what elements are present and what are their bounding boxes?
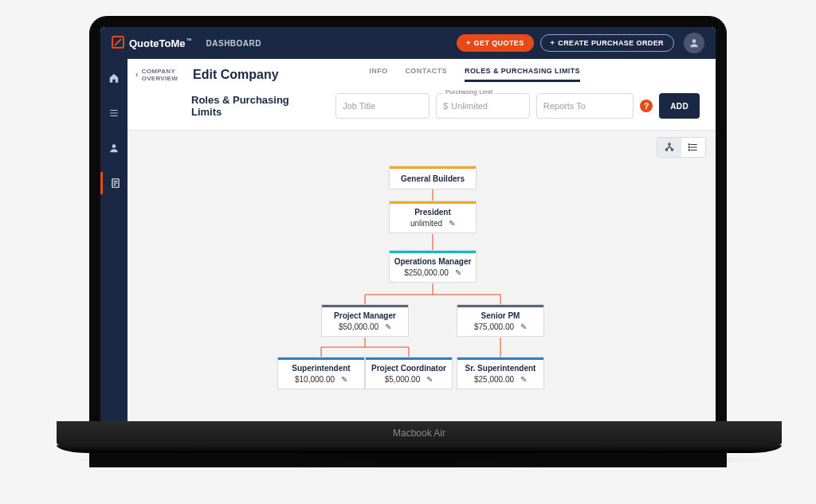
org-node-value: $5,000.00 [385,375,421,384]
org-node-root[interactable]: General Builders [389,166,477,189]
breadcrumb[interactable]: DASHBOARD [206,39,262,48]
get-quotes-button[interactable]: + GET QUOTES [457,34,534,52]
org-node-sr-superintendent[interactable]: Sr. Superintendent $25,000.00 ✎ [457,357,544,389]
org-node-senior-pm[interactable]: Senior PM $75,000.00 ✎ [457,304,544,337]
laptop-edge [57,445,782,453]
pencil-icon[interactable]: ✎ [455,268,461,277]
plus-icon: + [466,39,471,47]
logo[interactable]: QuoteToMe™ [112,36,192,51]
chevron-left-icon: ‹ [135,71,139,78]
org-node-president[interactable]: President unlimited ✎ [389,201,477,233]
page-header: ‹ COMPANY OVERVIEW Edit Company INFO CON… [128,59,716,131]
list-icon [108,107,120,119]
pencil-icon[interactable]: ✎ [449,219,455,228]
org-canvas: General Builders President unlimited ✎ [128,131,716,421]
job-title-field[interactable] [343,101,422,111]
org-node-project-coordinator[interactable]: Project Coordinator $5,000.00 ✎ [365,357,453,389]
back-line1: COMPANY [142,68,175,75]
main: ‹ COMPANY OVERVIEW Edit Company INFO CON… [128,59,716,421]
left-rail [100,59,128,421]
document-icon [110,178,121,189]
dollar-icon: $ [443,101,448,111]
reports-to-field-wrapper [536,93,634,119]
laptop-frame: QuoteToMe™ DASHBOARD + GET QUOTES + CREA… [89,16,727,467]
sidebar-item-home[interactable] [100,67,128,89]
org-node-value: $75,000.00 [474,322,514,331]
laptop-shadow [57,453,782,467]
org-node-title: Operations Manager [390,253,476,268]
pencil-icon[interactable]: ✎ [385,322,391,331]
body: ‹ COMPANY OVERVIEW Edit Company INFO CON… [100,59,716,421]
laptop-base: Macbook Air [57,421,782,445]
org-node-title: President [390,204,476,219]
org-node-value: $10,000.00 [295,375,335,384]
logo-icon [112,36,124,51]
home-icon [108,72,120,84]
sidebar-item-company[interactable] [100,172,128,194]
org-node-project-manager[interactable]: Project Manager $50,000.00 ✎ [321,304,409,337]
avatar[interactable] [684,33,704,53]
org-node-title: Project Coordinator [366,360,452,375]
user-icon [688,37,700,49]
pencil-icon[interactable]: ✎ [341,375,347,384]
pencil-icon[interactable]: ✎ [520,375,527,384]
org-node-value: $25,000.00 [474,375,514,384]
org-node-title: Project Manager [322,307,408,322]
org-node-title: Superintendent [278,360,364,375]
sidebar-item-list[interactable] [100,102,128,124]
page-title: Edit Company [193,68,279,82]
purchasing-limit-field-wrapper: Purchasing Limit $ [436,93,530,119]
org-node-value: $250,000.00 [404,268,449,277]
job-title-field-wrapper [335,93,430,119]
plus-icon: + [551,39,555,47]
laptop-label: Macbook Air [393,428,445,439]
org-node-title: Senior PM [457,307,543,322]
svg-point-1 [692,39,696,43]
create-purchase-order-button[interactable]: + CREATE PURCHASE ORDER [540,34,674,52]
purchasing-limit-label: Purchasing Limit [443,88,495,96]
back-to-company-overview[interactable]: ‹ COMPANY OVERVIEW [135,68,183,82]
tab-contacts[interactable]: CONTACTS [405,67,447,82]
back-line2: OVERVIEW [142,75,178,82]
user-icon [108,143,120,154]
org-node-title: Sr. Superintendent [457,360,543,375]
purchasing-limit-field[interactable] [451,101,523,111]
pencil-icon[interactable]: ✎ [520,322,527,331]
logo-text: QuoteToMe™ [129,37,192,49]
reports-to-field[interactable] [543,101,627,111]
section-title: Roles & Purchasing Limits [191,94,320,118]
topbar: QuoteToMe™ DASHBOARD + GET QUOTES + CREA… [100,27,716,59]
help-icon[interactable]: ? [640,100,653,112]
screen: QuoteToMe™ DASHBOARD + GET QUOTES + CREA… [100,27,716,421]
add-button[interactable]: ADD [659,93,700,119]
pencil-icon[interactable]: ✎ [426,375,433,384]
tabs: INFO CONTACTS ROLES & PURCHASING LIMITS [369,67,580,82]
org-node-title: General Builders [390,169,476,189]
org-node-value: $50,000.00 [339,322,379,331]
org-chart: General Builders President unlimited ✎ [128,131,716,421]
svg-point-5 [112,144,116,148]
sidebar-item-users[interactable] [100,137,128,159]
tab-info[interactable]: INFO [369,67,387,82]
org-node-superintendent[interactable]: Superintendent $10,000.00 ✎ [277,357,365,389]
tab-roles-limits[interactable]: ROLES & PURCHASING LIMITS [465,67,580,82]
org-node-ops-manager[interactable]: Operations Manager $250,000.00 ✎ [389,250,477,283]
org-node-value: unlimited [410,219,442,228]
